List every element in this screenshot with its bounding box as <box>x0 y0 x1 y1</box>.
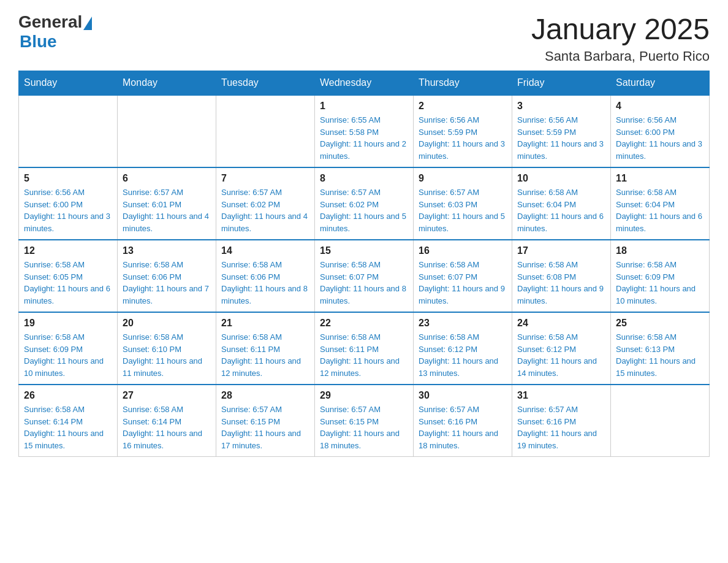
header-monday: Monday <box>118 71 216 96</box>
day-info: Sunrise: 6:58 AMSunset: 6:13 PMDaylight:… <box>616 331 704 379</box>
day-number: 15 <box>320 245 408 256</box>
week-row-3: 19Sunrise: 6:58 AMSunset: 6:09 PMDayligh… <box>19 312 710 385</box>
calendar-cell: 20Sunrise: 6:58 AMSunset: 6:10 PMDayligh… <box>118 312 216 385</box>
calendar-cell: 28Sunrise: 6:57 AMSunset: 6:15 PMDayligh… <box>216 385 315 457</box>
header-row: SundayMondayTuesdayWednesdayThursdayFrid… <box>19 71 710 96</box>
calendar-cell: 13Sunrise: 6:58 AMSunset: 6:06 PMDayligh… <box>118 240 216 312</box>
calendar-cell <box>19 95 118 167</box>
calendar-cell <box>611 385 710 457</box>
header-thursday: Thursday <box>414 71 512 96</box>
calendar-cell: 7Sunrise: 6:57 AMSunset: 6:02 PMDaylight… <box>216 167 315 240</box>
day-number: 25 <box>616 318 704 329</box>
header-tuesday: Tuesday <box>216 71 315 96</box>
title-section: January 2025 Santa Barbara, Puerto Rico <box>531 12 710 64</box>
day-number: 7 <box>221 173 309 184</box>
calendar-cell: 30Sunrise: 6:57 AMSunset: 6:16 PMDayligh… <box>414 385 512 457</box>
day-number: 12 <box>24 245 112 256</box>
week-row-0: 1Sunrise: 6:55 AMSunset: 5:58 PMDaylight… <box>19 95 710 167</box>
location-title: Santa Barbara, Puerto Rico <box>531 48 710 64</box>
calendar-cell: 21Sunrise: 6:58 AMSunset: 6:11 PMDayligh… <box>216 312 315 385</box>
day-number: 8 <box>320 173 408 184</box>
calendar-cell <box>118 95 216 167</box>
day-info: Sunrise: 6:58 AMSunset: 6:11 PMDaylight:… <box>221 331 309 379</box>
calendar-cell: 25Sunrise: 6:58 AMSunset: 6:13 PMDayligh… <box>611 312 710 385</box>
day-number: 9 <box>419 173 507 184</box>
logo-blue: Blue <box>18 32 92 52</box>
day-info: Sunrise: 6:58 AMSunset: 6:08 PMDaylight:… <box>517 259 605 307</box>
calendar-cell: 18Sunrise: 6:58 AMSunset: 6:09 PMDayligh… <box>611 240 710 312</box>
day-info: Sunrise: 6:58 AMSunset: 6:11 PMDaylight:… <box>320 331 408 379</box>
calendar-cell: 4Sunrise: 6:56 AMSunset: 6:00 PMDaylight… <box>611 95 710 167</box>
calendar-cell: 27Sunrise: 6:58 AMSunset: 6:14 PMDayligh… <box>118 385 216 457</box>
calendar-cell: 11Sunrise: 6:58 AMSunset: 6:04 PMDayligh… <box>611 167 710 240</box>
calendar-cell: 19Sunrise: 6:58 AMSunset: 6:09 PMDayligh… <box>19 312 118 385</box>
header-saturday: Saturday <box>611 71 710 96</box>
header-sunday: Sunday <box>19 71 118 96</box>
day-number: 24 <box>517 318 605 329</box>
day-number: 11 <box>616 173 704 184</box>
day-info: Sunrise: 6:57 AMSunset: 6:02 PMDaylight:… <box>221 186 309 234</box>
day-info: Sunrise: 6:57 AMSunset: 6:16 PMDaylight:… <box>517 404 605 451</box>
day-number: 21 <box>221 318 309 329</box>
day-info: Sunrise: 6:55 AMSunset: 5:58 PMDaylight:… <box>320 114 408 162</box>
day-number: 4 <box>616 101 704 112</box>
day-number: 3 <box>517 101 605 112</box>
calendar-cell: 1Sunrise: 6:55 AMSunset: 5:58 PMDaylight… <box>315 95 414 167</box>
calendar-cell: 22Sunrise: 6:58 AMSunset: 6:11 PMDayligh… <box>315 312 414 385</box>
day-info: Sunrise: 6:58 AMSunset: 6:09 PMDaylight:… <box>616 259 704 307</box>
calendar-cell: 2Sunrise: 6:56 AMSunset: 5:59 PMDaylight… <box>414 95 512 167</box>
header-friday: Friday <box>512 71 611 96</box>
day-number: 30 <box>419 390 507 401</box>
calendar-cell: 9Sunrise: 6:57 AMSunset: 6:03 PMDaylight… <box>414 167 512 240</box>
day-info: Sunrise: 6:58 AMSunset: 6:05 PMDaylight:… <box>24 259 112 307</box>
day-info: Sunrise: 6:58 AMSunset: 6:07 PMDaylight:… <box>419 259 507 307</box>
calendar-cell: 3Sunrise: 6:56 AMSunset: 5:59 PMDaylight… <box>512 95 611 167</box>
logo-general: General <box>18 12 82 32</box>
day-info: Sunrise: 6:57 AMSunset: 6:01 PMDaylight:… <box>123 186 211 234</box>
day-number: 5 <box>24 173 112 184</box>
calendar-cell <box>216 95 315 167</box>
calendar-cell: 26Sunrise: 6:58 AMSunset: 6:14 PMDayligh… <box>19 385 118 457</box>
day-number: 14 <box>221 245 309 256</box>
day-number: 22 <box>320 318 408 329</box>
calendar-cell: 31Sunrise: 6:57 AMSunset: 6:16 PMDayligh… <box>512 385 611 457</box>
day-number: 31 <box>517 390 605 401</box>
day-number: 23 <box>419 318 507 329</box>
day-number: 26 <box>24 390 112 401</box>
day-info: Sunrise: 6:56 AMSunset: 5:59 PMDaylight:… <box>517 114 605 162</box>
day-number: 28 <box>221 390 309 401</box>
calendar-cell: 15Sunrise: 6:58 AMSunset: 6:07 PMDayligh… <box>315 240 414 312</box>
day-info: Sunrise: 6:58 AMSunset: 6:14 PMDaylight:… <box>24 404 112 451</box>
day-info: Sunrise: 6:57 AMSunset: 6:16 PMDaylight:… <box>419 404 507 451</box>
day-info: Sunrise: 6:56 AMSunset: 5:59 PMDaylight:… <box>419 114 507 162</box>
day-info: Sunrise: 6:58 AMSunset: 6:12 PMDaylight:… <box>517 331 605 379</box>
calendar-cell: 24Sunrise: 6:58 AMSunset: 6:12 PMDayligh… <box>512 312 611 385</box>
logo-triangle-icon <box>83 17 92 30</box>
day-info: Sunrise: 6:57 AMSunset: 6:15 PMDaylight:… <box>221 404 309 451</box>
day-info: Sunrise: 6:58 AMSunset: 6:06 PMDaylight:… <box>221 259 309 307</box>
day-number: 1 <box>320 101 408 112</box>
calendar-cell: 8Sunrise: 6:57 AMSunset: 6:02 PMDaylight… <box>315 167 414 240</box>
week-row-1: 5Sunrise: 6:56 AMSunset: 6:00 PMDaylight… <box>19 167 710 240</box>
day-info: Sunrise: 6:58 AMSunset: 6:04 PMDaylight:… <box>517 186 605 234</box>
day-number: 20 <box>123 318 211 329</box>
calendar-cell: 17Sunrise: 6:58 AMSunset: 6:08 PMDayligh… <box>512 240 611 312</box>
day-info: Sunrise: 6:56 AMSunset: 6:00 PMDaylight:… <box>24 186 112 234</box>
day-info: Sunrise: 6:58 AMSunset: 6:07 PMDaylight:… <box>320 259 408 307</box>
day-info: Sunrise: 6:58 AMSunset: 6:04 PMDaylight:… <box>616 186 704 234</box>
day-number: 19 <box>24 318 112 329</box>
day-number: 6 <box>123 173 211 184</box>
calendar-cell: 12Sunrise: 6:58 AMSunset: 6:05 PMDayligh… <box>19 240 118 312</box>
logo: General Blue <box>18 12 92 52</box>
day-number: 27 <box>123 390 211 401</box>
day-number: 18 <box>616 245 704 256</box>
day-info: Sunrise: 6:58 AMSunset: 6:06 PMDaylight:… <box>123 259 211 307</box>
day-info: Sunrise: 6:58 AMSunset: 6:12 PMDaylight:… <box>419 331 507 379</box>
page-header: General Blue January 2025 Santa Barbara,… <box>18 12 710 64</box>
week-row-4: 26Sunrise: 6:58 AMSunset: 6:14 PMDayligh… <box>19 385 710 457</box>
day-info: Sunrise: 6:58 AMSunset: 6:14 PMDaylight:… <box>123 404 211 451</box>
day-number: 17 <box>517 245 605 256</box>
calendar-cell: 5Sunrise: 6:56 AMSunset: 6:00 PMDaylight… <box>19 167 118 240</box>
calendar-cell: 6Sunrise: 6:57 AMSunset: 6:01 PMDaylight… <box>118 167 216 240</box>
week-row-2: 12Sunrise: 6:58 AMSunset: 6:05 PMDayligh… <box>19 240 710 312</box>
